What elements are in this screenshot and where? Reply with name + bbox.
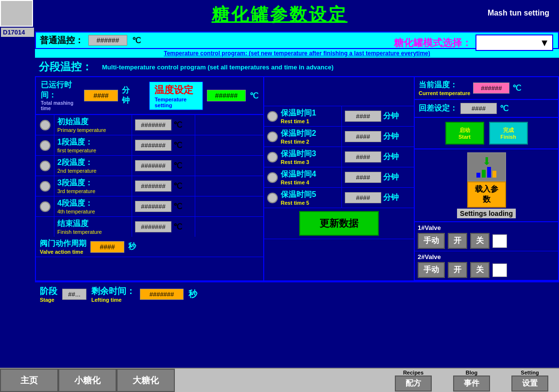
rest-label-zh-2: 保温时间3 Rest time 3 bbox=[281, 149, 316, 165]
valve1-status bbox=[492, 234, 507, 248]
temp-label-zh-1: 1段温度： bbox=[57, 137, 129, 147]
temp-value-3[interactable]: ####### bbox=[135, 180, 171, 192]
current-temp-value[interactable]: ###### bbox=[473, 82, 509, 94]
diff-value[interactable]: #### bbox=[460, 103, 497, 114]
rest-label-zh-1: 保温时间2 Rest time 2 bbox=[281, 129, 316, 145]
valve1-manual-button[interactable]: 手动 bbox=[418, 233, 445, 249]
nav-setting-button[interactable]: 设置 bbox=[511, 376, 548, 392]
rest-row-4: 保温时间5 Rest time 5 #### 分钟 bbox=[264, 188, 414, 208]
rest-row-3: 保温时间4 Rest time 4 #### 分钟 bbox=[264, 167, 414, 188]
temp-unit-5: ℃ bbox=[173, 222, 182, 231]
bottom-nav: 主页 小糖化 大糖化 Recipes 配方 Blog 事件 Setting 设置 bbox=[0, 368, 559, 392]
temp-value-2[interactable]: ####### bbox=[135, 160, 171, 171]
radio-3[interactable] bbox=[40, 181, 51, 192]
bar-4 bbox=[492, 171, 496, 178]
rest-radio-0[interactable] bbox=[267, 111, 278, 122]
sec-label: 秒 bbox=[188, 288, 197, 300]
normal-temp-unit: ℃ bbox=[132, 36, 141, 45]
radio-2[interactable] bbox=[40, 161, 51, 171]
total-time-label: 已运行时间： Total mashing time bbox=[41, 80, 80, 111]
remain-value[interactable]: ####### bbox=[140, 289, 184, 300]
valve-action-value[interactable]: #### bbox=[90, 241, 124, 253]
nav-setting-label-en: Setting bbox=[521, 370, 539, 376]
mode-select-area: 糖化罐模式选择： ▼ bbox=[394, 34, 553, 51]
temp-label-zh-2: 2段温度： bbox=[57, 158, 129, 168]
finish-button[interactable]: 完成 Finish bbox=[489, 122, 528, 145]
valve2-buttons: 手动 开 关 bbox=[418, 262, 555, 278]
nav-recipes-button[interactable]: 配方 bbox=[395, 376, 432, 392]
rest-value-1[interactable]: #### bbox=[345, 131, 381, 142]
temp-label-cell-3: 3段温度： 3rd temperature bbox=[54, 176, 132, 196]
update-button[interactable]: 更新数据 bbox=[299, 211, 379, 236]
rest-value-4[interactable]: #### bbox=[345, 192, 381, 203]
rest-unit-4: 分钟 bbox=[383, 193, 399, 203]
valve1-open-button[interactable]: 开 bbox=[448, 233, 467, 249]
rest-label-zh-3: 保温时间4 Rest time 4 bbox=[281, 169, 316, 185]
temp-label-en-0: Primary temperature bbox=[57, 127, 129, 133]
remain-label: 剩余时间： Lefting time bbox=[91, 285, 135, 303]
valve2-section: 2#Valve 手动 开 关 bbox=[415, 251, 558, 280]
nav-blog-button[interactable]: 事件 bbox=[453, 376, 490, 392]
rest-label-cell-0: 保温时间1 Rest time 1 bbox=[264, 106, 342, 126]
bar-1 bbox=[476, 173, 480, 178]
valve2-open-button[interactable]: 开 bbox=[448, 262, 467, 278]
rest-radio-4[interactable] bbox=[267, 193, 278, 203]
middle-panel: 保温时间1 Rest time 1 #### 分钟 保温时间2 Rest tim… bbox=[264, 77, 415, 280]
bar-chart bbox=[476, 167, 496, 178]
right-mid: 回差设定： #### ℃ bbox=[415, 100, 558, 118]
mode-dropdown[interactable]: ▼ bbox=[475, 34, 553, 51]
temp-unit-2: ℃ bbox=[173, 161, 182, 170]
temp-value-1[interactable]: ####### bbox=[135, 140, 171, 151]
start-button[interactable]: 启动 Start bbox=[445, 122, 484, 145]
rest-row-2: 保温时间3 Rest time 3 #### 分钟 bbox=[264, 147, 414, 167]
total-time-value[interactable]: #### bbox=[84, 90, 118, 101]
nav-blog-item: Blog 事件 bbox=[442, 369, 501, 392]
temp-value-4[interactable]: ####### bbox=[135, 201, 171, 212]
update-row: 更新数据 bbox=[264, 208, 414, 239]
temp-row-1: 1段温度： first temperature ####### ℃ bbox=[36, 135, 263, 156]
load-settings-button[interactable]: 载入参数 bbox=[467, 181, 506, 208]
rest-rows-container: 保温时间1 Rest time 1 #### 分钟 保温时间2 Rest tim… bbox=[264, 106, 414, 208]
temp-value-cell-2: ####### ℃ bbox=[132, 156, 195, 176]
rest-value-0[interactable]: #### bbox=[345, 111, 381, 122]
temp-label-en-4: 4th temperature bbox=[57, 209, 129, 214]
radio-cell-3 bbox=[36, 176, 54, 196]
stage-value[interactable]: ##... bbox=[62, 289, 86, 300]
temp-label-cell-5: 结束温度 Finish temperature bbox=[54, 217, 132, 237]
temp-unit-1: ℃ bbox=[173, 141, 182, 150]
rest-value-3[interactable]: #### bbox=[345, 172, 381, 183]
valve2-manual-button[interactable]: 手动 bbox=[418, 262, 445, 278]
nav-large-button[interactable]: 大糖化 bbox=[117, 369, 175, 392]
radio-1[interactable] bbox=[40, 140, 51, 151]
valve1-close-button[interactable]: 关 bbox=[470, 233, 490, 249]
normal-temp-value[interactable]: ###### bbox=[88, 35, 127, 46]
temp-label-cell-0: 初始温度 Primary temperature bbox=[54, 115, 132, 135]
nav-home-button[interactable]: 主页 bbox=[0, 369, 58, 392]
rest-radio-3[interactable] bbox=[267, 172, 278, 183]
valve1-section: 1#Valve 手动 开 关 bbox=[415, 222, 558, 251]
temp-value-0[interactable]: ####### bbox=[135, 119, 171, 131]
temp-label-en-2: 2nd temperature bbox=[57, 168, 129, 174]
valve2-close-button[interactable]: 关 bbox=[470, 262, 490, 278]
right-panel: 当前温度： Current temperature ###### ℃ 回差设定：… bbox=[415, 77, 558, 280]
valve2-status bbox=[492, 263, 507, 277]
normal-temp-section: 普通温控： ###### ℃ 糖化罐模式选择： ▼ bbox=[35, 32, 559, 49]
radio-4[interactable] bbox=[40, 201, 51, 212]
rest-row-1: 保温时间2 Rest time 2 #### 分钟 bbox=[264, 127, 414, 147]
multi-temp-label-zh: 分段温控： bbox=[39, 60, 92, 74]
radio-0[interactable] bbox=[40, 120, 51, 131]
rest-unit-0: 分钟 bbox=[383, 111, 399, 121]
current-temp-unit: ℃ bbox=[512, 83, 521, 93]
rest-label-cell-4: 保温时间5 Rest time 5 bbox=[264, 188, 342, 208]
temp-label-en-1: first temperature bbox=[57, 147, 129, 153]
temp-value-5[interactable]: ####### bbox=[135, 221, 171, 232]
rest-radio-1[interactable] bbox=[267, 131, 278, 142]
temp-setting-value[interactable]: ###### bbox=[207, 90, 246, 101]
params-grid: 已运行时间： Total mashing time #### 分钟 温度设定 T… bbox=[35, 76, 559, 281]
nav-small-button[interactable]: 小糖化 bbox=[58, 369, 117, 392]
page-title-zh: 糖化罐参数设定 bbox=[212, 3, 348, 27]
rest-value-2[interactable]: #### bbox=[345, 151, 381, 163]
rest-radio-2[interactable] bbox=[267, 152, 278, 163]
rest-value-cell-4: #### 分钟 bbox=[342, 188, 402, 208]
temp-unit-4: ℃ bbox=[173, 202, 182, 211]
